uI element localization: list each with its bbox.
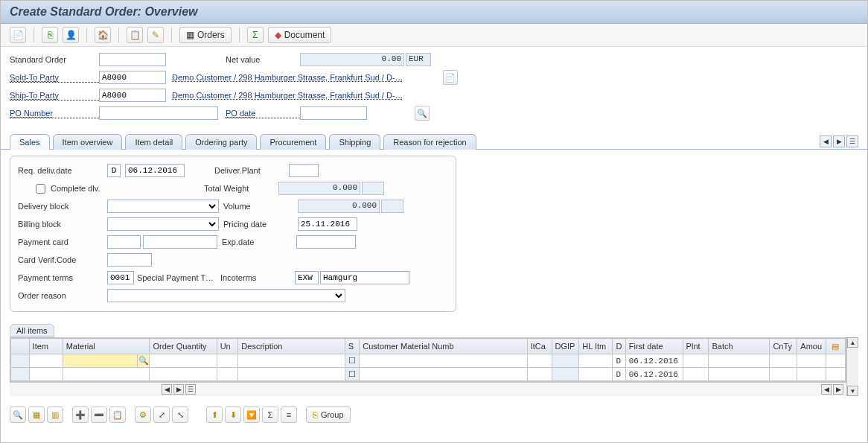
cell-desc[interactable] (238, 368, 345, 381)
deselect-all-button[interactable]: ▥ (47, 407, 63, 423)
cell-un[interactable] (217, 354, 238, 368)
fast-change-button[interactable]: ⚙ (135, 407, 151, 423)
display-document-flow-button[interactable]: ⎘ (42, 27, 58, 43)
delete-row-button[interactable]: ➖ (91, 407, 107, 423)
standard-order-input[interactable] (99, 53, 166, 66)
tab-shipping[interactable]: Shipping (329, 134, 380, 150)
payment-terms-code-input[interactable] (107, 271, 134, 284)
cell-d[interactable]: D (613, 354, 625, 368)
hscroll-right-2[interactable]: ▶ (833, 384, 843, 395)
copy-button[interactable]: 📋 (127, 27, 143, 43)
document-button[interactable]: ◆ Document (268, 27, 332, 43)
incoterms-code-input[interactable] (295, 271, 319, 284)
col-description[interactable]: Description (238, 339, 345, 354)
expand-button[interactable]: ⤢ (153, 407, 170, 423)
cell-hlitm[interactable] (579, 368, 613, 381)
collapse-button[interactable]: ⤡ (172, 407, 188, 423)
vscroll-up[interactable]: ▲ (847, 337, 858, 348)
tab-scroll-right[interactable]: ▶ (833, 136, 845, 147)
sold-to-party-input[interactable] (99, 71, 166, 84)
orders-button[interactable]: ▦ Orders (179, 27, 232, 43)
grid-configure-icon[interactable]: ▤ (829, 340, 841, 352)
cell-batch[interactable] (709, 354, 770, 368)
insert-row-button[interactable]: ➕ (72, 407, 89, 423)
cell-un[interactable] (217, 368, 238, 381)
cell-hlitm[interactable] (579, 354, 613, 368)
filter-button[interactable]: 🔽 (243, 407, 260, 423)
col-item[interactable]: Item (29, 339, 63, 354)
details-button[interactable]: 🔍 (10, 407, 26, 423)
tab-scroll-left[interactable]: ◀ (820, 136, 832, 147)
grid-select-header[interactable] (11, 339, 30, 354)
col-customer-material[interactable]: Customer Material Numb (360, 339, 527, 354)
billing-block-select[interactable] (107, 217, 219, 231)
pricing-date-input[interactable] (298, 217, 357, 231)
req-deliv-type-input[interactable] (107, 164, 121, 177)
cell-qty[interactable] (150, 354, 217, 368)
cell-dgip[interactable] (552, 368, 579, 381)
hscroll-right[interactable]: ▶ (173, 384, 184, 395)
tab-item-detail[interactable]: Item detail (125, 134, 182, 150)
cell-itca[interactable] (527, 368, 552, 381)
po-number-label[interactable]: PO Number (10, 109, 99, 118)
cell-desc[interactable] (238, 354, 345, 368)
order-reason-select[interactable] (107, 289, 345, 302)
vscroll-down[interactable]: ▼ (847, 386, 858, 396)
hscroll-left-2[interactable]: ◀ (821, 384, 832, 395)
cell-custmat[interactable] (360, 354, 527, 368)
cell-first-date[interactable]: 06.12.2016 (625, 354, 683, 368)
col-cnty[interactable]: CnTy (770, 339, 797, 354)
col-first-date[interactable]: First date (625, 339, 683, 354)
cell-qty[interactable] (150, 368, 217, 381)
tab-list-button[interactable]: ☰ (846, 136, 858, 147)
cell-dgip[interactable] (552, 354, 579, 368)
delivery-block-select[interactable] (107, 200, 219, 213)
table-row[interactable]: 🔍 ☐ D 06.12.2016 (11, 354, 846, 368)
col-amount[interactable]: Amou (797, 339, 826, 354)
sold-to-party-text[interactable]: Demo Customer / 298 Hamburger Strasse, F… (172, 73, 440, 82)
req-deliv-date-input[interactable] (125, 164, 185, 177)
partner-button[interactable]: 👤 (63, 27, 79, 43)
header-details-icon[interactable]: 🔍 (415, 106, 430, 121)
col-s[interactable]: S (345, 339, 359, 354)
hscroll-end[interactable]: ☰ (185, 384, 196, 395)
cell-cnty[interactable] (770, 354, 797, 368)
col-itca[interactable]: ItCa (527, 339, 552, 354)
tab-sales[interactable]: Sales (10, 134, 50, 150)
tab-item-overview[interactable]: Item overview (53, 134, 123, 150)
col-batch[interactable]: Batch (709, 339, 770, 354)
col-plnt[interactable]: Plnt (683, 339, 709, 354)
tab-procurement[interactable]: Procurement (260, 134, 326, 150)
sort-desc-button[interactable]: ⬇ (225, 407, 241, 423)
sum-button[interactable]: Σ (247, 27, 264, 43)
cell-s[interactable]: ☐ (345, 368, 359, 381)
row-selector[interactable] (11, 368, 30, 381)
po-date-label[interactable]: PO date (226, 109, 300, 118)
cell-custmat[interactable] (360, 368, 527, 381)
material-f4-icon[interactable]: 🔍 (137, 354, 149, 367)
incoterms-text-input[interactable] (320, 271, 409, 284)
select-all-button[interactable]: ▦ (28, 407, 45, 423)
deliver-plant-input[interactable] (289, 164, 319, 177)
total-button[interactable]: Σ (262, 407, 278, 423)
card-verif-input[interactable] (107, 253, 152, 267)
cell-item[interactable] (29, 368, 63, 381)
cell-cnty[interactable] (770, 368, 797, 381)
ship-to-party-text[interactable]: Demo Customer / 298 Hamburger Strasse, F… (172, 91, 440, 100)
complete-dlv-checkbox[interactable] (36, 184, 45, 194)
cell-material[interactable] (63, 368, 150, 381)
col-order-quantity[interactable]: Order Quantity (150, 339, 217, 354)
group-button[interactable]: ⎘ Group (306, 407, 351, 423)
cell-material[interactable]: 🔍 (63, 354, 150, 368)
cell-itca[interactable] (527, 354, 552, 368)
cell-plnt[interactable] (683, 368, 709, 381)
col-un[interactable]: Un (217, 339, 238, 354)
col-config[interactable]: ▤ (826, 339, 846, 354)
sold-to-party-label[interactable]: Sold-To Party (10, 73, 99, 83)
col-dgip[interactable]: DGIP (552, 339, 579, 354)
cell-d[interactable]: D (613, 368, 625, 381)
item-proposal-button[interactable]: 🏠 (95, 27, 111, 43)
cell-s[interactable]: ☐ (345, 354, 359, 368)
sort-asc-button[interactable]: ⬆ (206, 407, 223, 423)
exp-date-input[interactable] (296, 235, 356, 249)
